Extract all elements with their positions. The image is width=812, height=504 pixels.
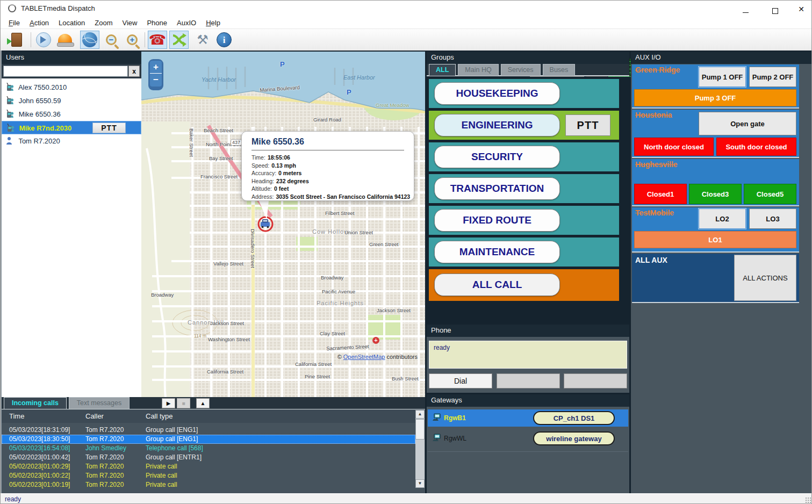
collapse-panel-button[interactable]: ▲ — [196, 398, 210, 408]
popup-row: Speed:0.13 mph — [251, 162, 404, 170]
menu-item[interactable]: Zoom — [90, 18, 117, 28]
groups-tab[interactable]: Buses — [543, 64, 576, 76]
map-zoom-in-button[interactable]: + — [150, 61, 162, 74]
gateway-action-button[interactable]: CP_ch1 DS1 — [533, 411, 615, 425]
group-call-button[interactable]: HOUSEKEEPING — [434, 82, 560, 105]
call-row[interactable]: 05/02/2023[01:00:22] Tom R7.2020 Private… — [2, 471, 415, 480]
menu-item[interactable]: Phone — [142, 18, 172, 28]
exit-door-icon[interactable] — [7, 31, 26, 49]
call-row[interactable]: 05/03/2023[16:54:08] John Smedley Teleph… — [2, 444, 415, 453]
status-text: ready — [5, 495, 21, 503]
pump1-button[interactable]: Pump 1 OFF — [699, 67, 746, 87]
call-row[interactable]: 05/02/2023[01:00:42] Tom R7.2020 Group c… — [2, 453, 415, 462]
pump2-button[interactable]: Pump 2 OFF — [749, 67, 796, 87]
group-ptt-button[interactable]: PTT — [565, 114, 610, 136]
map-zoom-out-button[interactable]: − — [150, 74, 162, 87]
dial-button[interactable]: Dial — [429, 373, 492, 388]
users-search-row: x — [2, 64, 141, 78]
lo1-button[interactable]: LO1 — [634, 231, 796, 248]
groups-tab[interactable]: ALL — [429, 64, 456, 76]
group-rows: HOUSEKEEPING ENGINEERING PTT SECURITY TR… — [429, 79, 619, 304]
gateway-row[interactable]: RgwWL wireline gateway — [428, 430, 628, 447]
menu-item[interactable]: AuxIO — [172, 18, 201, 28]
user-type-icon — [5, 83, 15, 91]
group-call-button[interactable]: SECURITY — [434, 146, 560, 168]
info-icon[interactable]: i — [214, 31, 234, 49]
zoom-out-icon[interactable]: − — [102, 31, 121, 49]
group-row: TRANSPORTATION — [429, 174, 619, 203]
tools-icon[interactable]: ⚒ — [193, 31, 212, 49]
phone-button-2[interactable] — [497, 373, 560, 388]
open-gate-button[interactable]: Open gate — [699, 112, 796, 135]
gateway-row[interactable]: RgwB1 CP_ch1 DS1 — [428, 409, 628, 427]
group-call-button[interactable]: ENGINEERING — [434, 114, 560, 136]
map-zoom-control: + − — [148, 59, 163, 90]
calls-scrollbar[interactable]: ▲ ▼ — [415, 410, 425, 488]
group-call-button[interactable]: FIXED ROUTE — [434, 209, 560, 232]
map-label: Baker Street — [189, 128, 195, 157]
phone-button-3[interactable] — [564, 373, 627, 388]
menu-item[interactable]: View — [118, 18, 142, 28]
call-row[interactable]: 05/02/2023[01:00:19] Tom R7.2020 Private… — [2, 480, 415, 489]
menu-item[interactable]: Help — [201, 18, 225, 28]
maximize-icon — [772, 8, 778, 14]
lo3-button[interactable]: LO3 — [749, 208, 796, 229]
stop-recording-button[interactable]: ■ — [177, 398, 190, 408]
map-label: Vallejo Street — [213, 261, 243, 267]
alert-siren-icon[interactable] — [55, 31, 75, 49]
aux-site-label: TestMobile — [635, 208, 674, 217]
call-row[interactable]: 05/03/2023[18:30:50] Tom R7.2020 Group c… — [2, 435, 415, 444]
map-label: Pacific Heights — [317, 300, 364, 306]
calls-tab[interactable]: Incoming calls — [4, 397, 67, 409]
close-button[interactable]: ✕ — [790, 1, 812, 17]
aux-site-label: Hughesville — [635, 160, 678, 169]
zoom-in-icon[interactable]: + — [123, 31, 142, 49]
all-actions-button[interactable]: ALL ACTIONS — [734, 255, 796, 301]
map-view[interactable]: Yacht HarborEast HarborPPMarina Boulevar… — [141, 52, 425, 397]
phone-dial-icon[interactable]: ☎ — [148, 31, 167, 49]
status-bar: ready — [1, 493, 812, 504]
user-item[interactable]: Mike R7nd.2030 PTT — [2, 121, 141, 134]
groups-tab[interactable]: Services — [501, 64, 541, 76]
call-patch-icon[interactable] — [169, 31, 189, 49]
closed1-button[interactable]: Closed1 — [634, 184, 687, 204]
call-row[interactable]: 05/02/2023[01:00:29] Tom R7.2020 Private… — [2, 462, 415, 471]
closed5-button[interactable]: Closed5 — [744, 184, 796, 204]
users-panel: Users x Alex 7550.2010 J — [2, 52, 141, 397]
group-call-button[interactable]: ALL CALL — [434, 273, 560, 296]
resize-grip[interactable] — [805, 497, 811, 503]
calls-tab[interactable]: Text messages — [69, 397, 130, 409]
scroll-down-icon[interactable]: ▼ — [415, 479, 425, 488]
scroll-up-icon[interactable]: ▲ — [415, 410, 425, 419]
gateway-action-button[interactable]: wireline gateway — [533, 431, 615, 445]
group-call-button[interactable]: MAINTENANCE — [434, 241, 560, 263]
maximize-button[interactable] — [764, 1, 786, 17]
north-door-button[interactable]: North door closed — [634, 138, 714, 156]
pump3-button[interactable]: Pump 3 OFF — [634, 89, 796, 106]
play-icon[interactable] — [34, 31, 53, 49]
play-recording-button[interactable]: ▶ — [162, 398, 175, 408]
south-door-button[interactable]: South door closed — [716, 138, 796, 156]
menu-item[interactable]: Location — [54, 18, 90, 28]
groups-tab[interactable]: Main HQ — [458, 64, 498, 76]
scrollbar-thumb[interactable] — [415, 419, 425, 440]
gateway-icon — [432, 413, 441, 424]
network-globe-icon[interactable] — [80, 31, 99, 49]
menu-item[interactable]: File — [4, 18, 25, 28]
openstreetmap-link[interactable]: OpenStreetMap — [343, 354, 385, 360]
call-row[interactable]: 05/03/2023[18:31:09] Tom R7.2020 Group c… — [2, 426, 415, 435]
closed3-button[interactable]: Closed3 — [689, 184, 742, 204]
clear-search-button[interactable]: x — [128, 66, 140, 77]
group-call-button[interactable]: TRANSPORTATION — [434, 177, 560, 200]
user-item[interactable]: John 6550.59 — [2, 94, 141, 107]
user-search-input[interactable] — [3, 66, 128, 77]
map-label: Broadway — [321, 275, 343, 280]
aux-site-label: Houstonia — [635, 111, 672, 119]
user-ptt-button[interactable]: PTT — [92, 123, 126, 133]
user-item[interactable]: Tom R7.2020 — [2, 134, 141, 148]
lo2-button[interactable]: LO2 — [699, 208, 746, 229]
menu-item[interactable]: Action — [25, 18, 54, 28]
user-item[interactable]: Mike 6550.36 — [2, 107, 141, 121]
minimize-button[interactable] — [734, 1, 757, 17]
user-item[interactable]: Alex 7550.2010 — [2, 81, 141, 94]
